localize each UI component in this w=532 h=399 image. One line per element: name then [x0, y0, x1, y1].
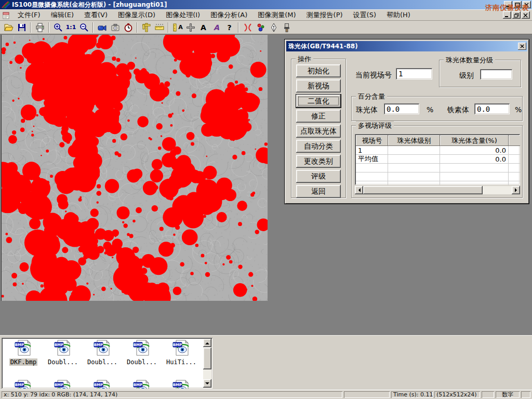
ferrite-percent-input[interactable]	[474, 103, 510, 114]
file-item-3[interactable]: BMPDoubl...	[123, 339, 161, 366]
window-title: IS100显微摄像系统(金相分析版) - [zhuguangti01]	[12, 1, 167, 9]
file-scroll-down-button[interactable]	[203, 379, 211, 388]
toolbar-separator	[48, 22, 49, 33]
hscroll-thumb[interactable]	[363, 186, 483, 194]
grading-group: 珠光体数量分级 级别	[439, 60, 521, 87]
curve-tool-icon[interactable]	[241, 22, 254, 33]
help-icon[interactable]: ?	[223, 22, 236, 33]
edit-annotate-icon[interactable]: A	[210, 22, 223, 33]
child-minimize-button[interactable]	[503, 11, 511, 19]
op-button-7[interactable]: 评级	[296, 170, 341, 183]
status-mode: 数字	[496, 391, 520, 398]
menu-item-0[interactable]: 文件(F)	[12, 9, 46, 21]
file-item-row2-4[interactable]: BMP	[162, 379, 201, 389]
pearlite-percent-sign: %	[427, 105, 433, 114]
op-button-1[interactable]: 新视场	[296, 79, 341, 92]
op-button-0[interactable]: 初始化	[296, 64, 341, 77]
table-row-4[interactable]	[356, 181, 519, 185]
open-file-icon[interactable]	[2, 22, 15, 33]
file-item-row2-2[interactable]: BMP	[83, 379, 122, 389]
table-cell	[440, 164, 509, 172]
scroll-right-button[interactable]	[512, 186, 520, 194]
menu-item-8[interactable]: 设置(S)	[348, 9, 381, 21]
file-item-4[interactable]: BMPHuiTi...	[162, 339, 201, 366]
photo-capture-icon[interactable]	[109, 22, 122, 33]
table-row-1[interactable]: 平均值0.0	[356, 155, 519, 164]
child-restore-button[interactable]	[512, 11, 521, 19]
operations-group: 操作 初始化新视场二值化修正点取珠光体自动分类更改类别评级返回	[291, 59, 346, 198]
menu-item-5[interactable]: 图像分析(A)	[205, 9, 252, 21]
file-item-row2-1[interactable]: BMP	[44, 379, 82, 389]
file-scroll-up-button[interactable]	[203, 339, 211, 347]
current-field-input[interactable]	[396, 68, 432, 79]
table-cell	[509, 181, 520, 185]
save-file-icon[interactable]	[15, 22, 28, 33]
op-button-5[interactable]: 自动分类	[296, 140, 341, 153]
op-button-3[interactable]: 修正	[296, 110, 341, 123]
print-icon[interactable]	[33, 22, 46, 33]
file-list-scrollbar[interactable]	[203, 339, 211, 388]
file-item-2[interactable]: BMPDoubl...	[83, 339, 122, 366]
percent-group-label: 百分含量	[356, 92, 387, 101]
menu-item-9[interactable]: 帮助(H)	[381, 9, 416, 21]
pearlite-percent-label: 珠光体	[356, 105, 378, 115]
table-hscrollbar[interactable]	[355, 186, 520, 194]
particle-classify-icon[interactable]	[254, 22, 267, 33]
table-header-3[interactable]: 铁素体	[509, 135, 520, 146]
file-scroll-thumb[interactable]	[203, 348, 211, 369]
menu-item-6[interactable]: 图像测量(M)	[252, 9, 301, 21]
micrograph-image[interactable]	[1, 35, 268, 301]
menu-item-2[interactable]: 查看(V)	[79, 9, 113, 21]
table-cell	[509, 155, 520, 164]
file-item-row2-0[interactable]: BMP	[4, 379, 43, 389]
menu-item-3[interactable]: 图像显示(D)	[113, 9, 161, 21]
table-header-1[interactable]: 珠光体级别	[388, 135, 440, 146]
op-button-6[interactable]: 更改类别	[296, 155, 341, 168]
op-button-8[interactable]: 返回	[296, 185, 341, 198]
table-header-2[interactable]: 珠光体含量(%)	[440, 135, 509, 146]
file-item-row2-3[interactable]: BMP	[123, 379, 161, 389]
register-cross-icon[interactable]	[184, 22, 197, 33]
status-position: x: 510 y: 79 idx: 0 RGB: (174, 174, 174)	[2, 391, 342, 398]
dialog-title-bar[interactable]: 珠光体(GB/T9441-88)	[286, 41, 527, 51]
marker-tool-icon[interactable]	[280, 22, 293, 33]
scroll-left-button[interactable]	[355, 186, 363, 194]
svg-text:BMP: BMP	[94, 383, 103, 387]
file-item-1[interactable]: BMPDoubl...	[44, 339, 82, 366]
zoom-out-icon[interactable]	[77, 22, 90, 33]
zoom-in-icon[interactable]	[51, 22, 64, 33]
ruler-measure-icon[interactable]	[153, 22, 166, 33]
percent-group: 百分含量 珠光体 % 铁素体 %	[351, 96, 523, 121]
table-cell	[388, 164, 440, 172]
file-list[interactable]: BMPDKF.bmpBMPDoubl...BMPDoubl...BMPDoubl…	[2, 338, 212, 389]
op-button-4[interactable]: 点取珠光体	[296, 125, 341, 138]
rating-table[interactable]: 视场号珠光体级别珠光体含量(%)铁素体 10.0平均值0.0	[355, 134, 520, 185]
file-item-0[interactable]: BMPDKF.bmp	[4, 339, 43, 366]
toolbar-separator	[30, 22, 31, 33]
table-row-2[interactable]	[356, 164, 519, 172]
grade-level-input[interactable]	[480, 69, 512, 79]
actual-size-icon[interactable]: 1:1	[64, 22, 77, 33]
status-bar: x: 510 y: 79 idx: 0 RGB: (174, 174, 174)…	[0, 390, 532, 399]
dialog-close-button[interactable]	[518, 43, 526, 50]
svg-text:BMP: BMP	[134, 383, 142, 387]
table-row-3[interactable]	[356, 172, 519, 181]
table-header-0[interactable]: 视场号	[356, 135, 388, 146]
timer-icon[interactable]	[122, 22, 135, 33]
menu-item-4[interactable]: 图像处理(I)	[161, 9, 205, 21]
multifield-group-label: 多视场评级	[356, 121, 394, 130]
op-button-2[interactable]: 二值化	[296, 95, 341, 108]
pen-tool-icon[interactable]	[267, 22, 280, 33]
table-cell	[509, 146, 520, 155]
menu-item-1[interactable]: 编辑(E)	[46, 9, 79, 21]
scale-calibrate-icon[interactable]: A	[171, 22, 184, 33]
table-cell	[356, 164, 388, 172]
table-row-0[interactable]: 10.0	[356, 146, 519, 155]
child-close-button[interactable]	[522, 11, 530, 19]
operations-group-label: 操作	[296, 55, 313, 64]
pearlite-percent-input[interactable]	[384, 103, 419, 114]
video-capture-icon[interactable]	[96, 22, 109, 33]
menu-item-7[interactable]: 测量报告(P)	[301, 9, 348, 21]
text-annotate-icon[interactable]: A	[197, 22, 210, 33]
caliper-measure-icon[interactable]	[140, 22, 153, 33]
